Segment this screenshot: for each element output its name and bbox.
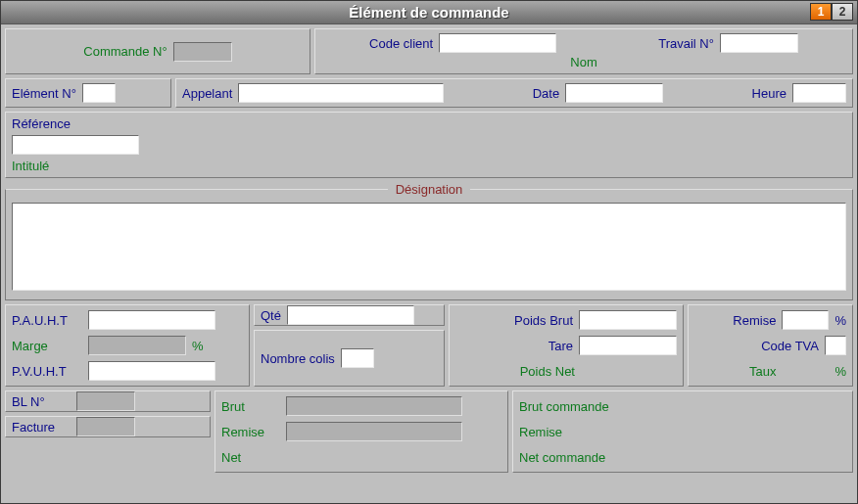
designation-textarea[interactable] — [12, 203, 846, 291]
remise-label: Remise — [733, 313, 776, 328]
appelant-field[interactable] — [238, 83, 444, 103]
appelant-panel: Appelant Date Heure — [175, 78, 853, 108]
facture-panel: Facture — [5, 416, 211, 437]
nbcolis-field[interactable] — [341, 348, 374, 368]
page-1-button[interactable]: 1 — [810, 3, 832, 21]
nbcolis-label: Nombre colis — [261, 351, 335, 366]
pauht-label: P.A.U.H.T — [12, 313, 82, 328]
taux-percent: % — [834, 364, 846, 379]
brut-label: Brut — [221, 399, 280, 414]
element-panel: Elément N° — [5, 78, 171, 108]
remise-total-field[interactable] — [286, 422, 462, 441]
marge-percent: % — [192, 339, 204, 353]
qte-panel: Qté — [254, 304, 445, 326]
code-client-field[interactable] — [439, 33, 556, 53]
heure-field[interactable] — [792, 83, 846, 103]
heure-label: Heure — [752, 86, 786, 101]
commande-no-label: Commande N° — [83, 44, 167, 59]
reference-label: Référence — [12, 116, 846, 131]
commande-panel: Commande N° — [5, 28, 310, 74]
bl-panel: BL N° — [5, 390, 211, 412]
remise-commande-label: Remise — [519, 425, 562, 439]
brut-commande-label: Brut commande — [519, 399, 609, 414]
tare-label: Tare — [548, 339, 573, 353]
brut-field[interactable] — [286, 396, 462, 416]
code-client-label: Code client — [369, 36, 433, 51]
date-label: Date — [533, 86, 559, 101]
code-tva-label: Code TVA — [761, 339, 819, 353]
totals-panel: Brut Remise Net — [214, 390, 508, 473]
pauht-field[interactable] — [88, 310, 215, 330]
pvuht-field[interactable] — [88, 361, 215, 381]
marge-label: Marge — [12, 339, 82, 353]
window: Élément de commande 1 2 Commande N° Code… — [0, 0, 858, 504]
window-title: Élément de commande — [349, 4, 508, 21]
client-panel: Code client Travail N° Nom — [314, 28, 853, 74]
remise-total-label: Remise — [221, 425, 280, 439]
nbcolis-panel: Nombre colis — [254, 330, 445, 387]
bl-no-field[interactable] — [76, 391, 135, 411]
poids-net-label: Poids Net — [520, 364, 575, 379]
reference-field[interactable] — [12, 135, 139, 155]
discount-panel: Remise % Code TVA Taux % — [688, 304, 853, 387]
bl-no-label: BL N° — [12, 394, 71, 409]
taux-label: Taux — [749, 364, 776, 379]
travail-no-field[interactable] — [720, 33, 798, 53]
page-2-button[interactable]: 2 — [832, 3, 853, 21]
reference-panel: Référence Intitulé — [5, 112, 853, 178]
facture-field[interactable] — [76, 417, 135, 436]
remise-percent: % — [834, 313, 846, 328]
pvuht-label: P.V.U.H.T — [12, 364, 82, 379]
facture-label: Facture — [12, 420, 71, 435]
commande-no-field[interactable] — [173, 42, 232, 62]
net-label: Net — [221, 450, 280, 465]
titlebar: Élément de commande 1 2 — [1, 1, 857, 24]
net-commande-label: Net commande — [519, 450, 605, 465]
travail-no-label: Travail N° — [658, 36, 714, 51]
tare-field[interactable] — [579, 336, 677, 355]
remise-field[interactable] — [782, 310, 829, 330]
appelant-label: Appelant — [182, 86, 232, 101]
weight-panel: Poids Brut Tare Poids Net — [449, 304, 684, 387]
pager: 1 2 — [810, 3, 853, 21]
price-panel: P.A.U.H.T Marge % P.V.U.H.T — [5, 304, 250, 387]
poids-brut-field[interactable] — [579, 310, 677, 330]
qte-label: Qté — [261, 308, 281, 323]
designation-legend: Désignation — [388, 182, 471, 197]
element-no-label: Elément N° — [12, 86, 76, 101]
code-tva-field[interactable] — [825, 336, 846, 355]
nom-label: Nom — [570, 55, 596, 69]
marge-field[interactable] — [88, 336, 186, 355]
content-area: Commande N° Code client Travail N° Nom — [1, 24, 857, 481]
date-field[interactable] — [565, 83, 663, 103]
poids-brut-label: Poids Brut — [514, 313, 573, 328]
element-no-field[interactable] — [82, 83, 116, 103]
intitule-label: Intitulé — [12, 159, 846, 173]
commande-totals-panel: Brut commande Remise Net commande — [512, 390, 853, 473]
qte-field[interactable] — [287, 305, 414, 325]
designation-fieldset: Désignation — [5, 182, 853, 300]
